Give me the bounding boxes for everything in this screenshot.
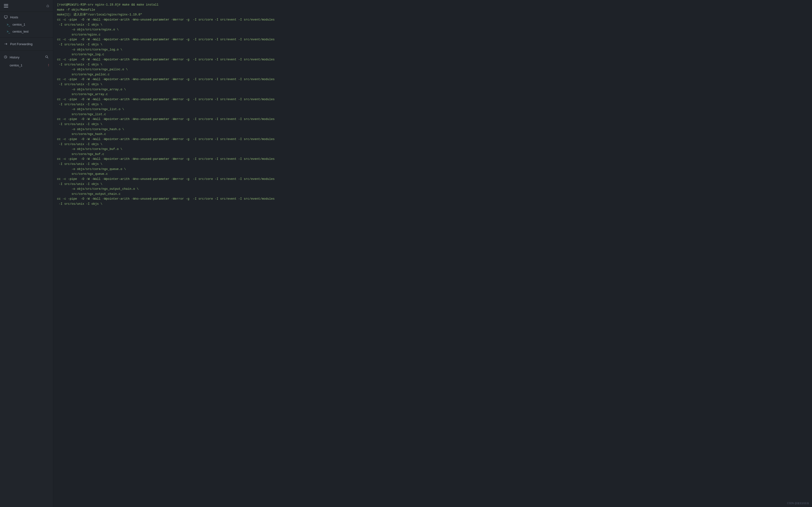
hosts-label: Hosts (10, 15, 49, 19)
terminal-line: -o objs/src/core/ngx_array.o \ (57, 87, 808, 92)
history-item-name-centos1: centos_1 (10, 63, 48, 67)
terminal-line: -I src/os/unix -I objs \ (57, 122, 808, 127)
terminal-line: cc -c -pipe -O -W -Wall -Wpointer-arith … (57, 37, 808, 42)
terminal-line: -I src/os/unix -I objs \ (57, 102, 808, 107)
terminal-line: [root@MiWiFi-R3P-srv nginx-1.19.0]# make… (57, 2, 808, 7)
terminal-line: src/core/ngx_array.c (57, 92, 808, 97)
terminal-output[interactable]: [root@MiWiFi-R3P-srv nginx-1.19.0]# make… (53, 0, 812, 507)
terminal-line: -I src/os/unix -I objs \ (57, 182, 808, 187)
terminal-line: cc -c -pipe -O -W -Wall -Wpointer-arith … (57, 117, 808, 122)
terminal-line: cc -c -pipe -O -W -Wall -Wpointer-arith … (57, 157, 808, 162)
terminal-line: -o objs/src/core/nginx.o \ (57, 27, 808, 32)
terminal-line: cc -c -pipe -O -W -Wall -Wpointer-arith … (57, 196, 808, 202)
terminal-line: -I src/os/unix -I objs \ (57, 142, 808, 147)
history-item-flag-icon: ! (48, 63, 49, 67)
port-forwarding-label: Port Forwarding (10, 42, 49, 46)
terminal-line: src/core/ngx_hash.c (57, 132, 808, 137)
history-item-centos1[interactable]: centos_1 ! (0, 62, 53, 68)
terminal-line: cc -c -pipe -O -W -Wall -Wpointer-arith … (57, 77, 808, 82)
watermark: CSDN @微笑的段落 (787, 502, 809, 505)
terminal-icon-centos-test: >_ (7, 30, 10, 33)
terminal-line: -I src/os/unix -I objs \ (57, 22, 808, 27)
home-icon[interactable]: ⌂ (46, 3, 49, 8)
terminal-line: make[1]: 进入目录"/usr/local/nginx/nginx-1.1… (57, 12, 808, 17)
host-name-centos1: centos_1 (12, 23, 49, 26)
sidebar-item-centos-test[interactable]: >_ centos_test (0, 28, 53, 35)
port-forwarding-icon (4, 42, 8, 46)
svg-point-4 (46, 56, 48, 58)
terminal-line: -I src/os/unix -I objs \ (57, 202, 808, 207)
terminal-line: src/core/ngx_log.c (57, 52, 808, 57)
terminal-line: src/core/ngx_output_chain.c (57, 192, 808, 197)
terminal-line: src/core/nginx.c (57, 32, 808, 38)
terminal-line: cc -c -pipe -O -W -Wall -Wpointer-arith … (57, 177, 808, 182)
hosts-icon (4, 15, 8, 19)
host-name-centos-test: centos_test (12, 30, 49, 33)
hamburger-menu-button[interactable] (4, 4, 8, 7)
terminal-line: cc -c -pipe -O -W -Wall -Wpointer-arith … (57, 137, 808, 142)
history-icon (4, 55, 7, 59)
terminal-line: -o objs/src/core/ngx_palloc.o \ (57, 67, 808, 72)
terminal-line: cc -c -pipe -O -W -Wall -Wpointer-arith … (57, 17, 808, 22)
history-search-button[interactable] (45, 55, 49, 60)
terminal-line: cc -c -pipe -O -W -Wall -Wpointer-arith … (57, 97, 808, 102)
history-section: History centos_1 ! (0, 51, 53, 70)
sidebar: ⌂ Hosts >_ centos_1 >_ centos_test (0, 0, 53, 507)
terminal-line: src/core/ngx_buf.c (57, 152, 808, 157)
terminal-line: -I src/os/unix -I objs \ (57, 82, 808, 87)
terminal-line: -I src/os/unix -I objs \ (57, 162, 808, 167)
svg-line-5 (47, 57, 48, 58)
terminal-line: src/core/ngx_list.c (57, 112, 808, 117)
terminal-line: cc -c -pipe -O -W -Wall -Wpointer-arith … (57, 57, 808, 62)
svg-rect-0 (4, 16, 7, 18)
terminal-line: -I src/os/unix -I objs \ (57, 42, 808, 47)
hosts-section: Hosts >_ centos_1 >_ centos_test (0, 12, 53, 37)
terminal-line: src/core/ngx_queue.c (57, 172, 808, 177)
terminal-line: -o objs/src/core/ngx_buf.o \ (57, 147, 808, 152)
sidebar-item-hosts[interactable]: Hosts (0, 13, 53, 21)
terminal-line: -o objs/src/core/ngx_hash.o \ (57, 127, 808, 132)
sidebar-item-centos1[interactable]: >_ centos_1 (0, 21, 53, 28)
terminal-line: src/core/ngx_palloc.c (57, 72, 808, 77)
terminal-line: -I src/os/unix -I objs \ (57, 62, 808, 67)
port-forwarding-section: Port Forwarding (0, 39, 53, 49)
terminal-line: make -f objs/Makefile (57, 7, 808, 12)
sidebar-item-port-forwarding[interactable]: Port Forwarding (0, 40, 53, 48)
terminal-line: -o objs/src/core/ngx_list.o \ (57, 107, 808, 112)
terminal-icon-centos1: >_ (7, 23, 10, 26)
history-label: History (10, 56, 19, 59)
history-header-row[interactable]: History (0, 53, 53, 62)
sidebar-header: ⌂ (0, 0, 53, 12)
terminal-line: -o objs/src/core/ngx_log.o \ (57, 47, 808, 52)
terminal-line: -o objs/src/core/ngx_output_chain.o \ (57, 187, 808, 192)
terminal-line: -o objs/src/core/ngx_queue.o \ (57, 167, 808, 172)
